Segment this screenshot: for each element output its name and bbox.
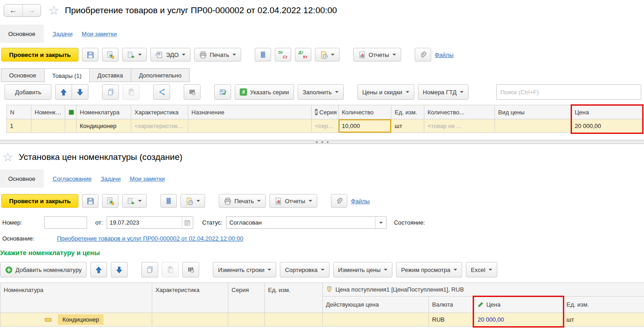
col-current-price[interactable]: Действующая цена	[323, 297, 429, 313]
doc2-tab-tasks[interactable]: Задачи	[101, 175, 121, 182]
doc1-ptab-delivery[interactable]: Доставка	[89, 68, 131, 82]
doc1-related-documents-button[interactable]	[255, 48, 271, 62]
cell-series[interactable]	[228, 313, 265, 327]
move-up-button[interactable]	[55, 84, 72, 100]
doc2-attachments-button[interactable]	[331, 194, 347, 208]
favorite-star-icon[interactable]: ☆	[48, 5, 59, 16]
status-combobox[interactable]: Согласован	[226, 216, 386, 229]
barcode-scan-button[interactable]	[182, 262, 199, 277]
basis-document-link[interactable]: Приобретение товаров и услуг ПР00-000002…	[57, 235, 243, 242]
cell-series[interactable]: <серия ...	[312, 119, 339, 133]
doc2-related-documents-button[interactable]	[160, 194, 177, 208]
doc1-post-document-button[interactable]	[102, 48, 118, 62]
cell-quantity[interactable]: 10,000	[339, 119, 392, 133]
add-row-button[interactable]: Добавить	[5, 84, 52, 100]
cell-series-indicator[interactable]	[65, 119, 77, 133]
doc1-tab-main[interactable]: Основное	[0, 25, 44, 43]
goods-table-row[interactable]: 1 Кондиционер <характеристики ... <серия…	[7, 119, 644, 133]
doc1-create-based-on-button[interactable]	[122, 48, 147, 62]
doc2-tab-notes[interactable]: Мои заметки	[130, 175, 165, 182]
doc1-save-button[interactable]	[82, 48, 98, 62]
fill-table-check-button[interactable]	[214, 84, 231, 100]
split-row-button[interactable]	[153, 84, 170, 100]
col-series[interactable]: Серия	[228, 283, 265, 313]
sort-button[interactable]: Сортировка	[280, 262, 329, 277]
cell-unit-left[interactable]	[265, 313, 323, 327]
doc1-attachments-button[interactable]	[415, 48, 431, 62]
goods-search-input[interactable]	[496, 84, 641, 100]
prices-table-row[interactable]: Кондиционер RUB 20 000,00 шт	[0, 313, 644, 327]
cell-characteristic[interactable]: <характеристики ...	[131, 119, 188, 133]
doc1-ptab-main[interactable]: Основное	[1, 68, 45, 82]
doc2-files-link[interactable]: Файлы	[351, 198, 370, 205]
doc1-tab-tasks[interactable]: Задачи	[53, 31, 73, 37]
doc1-dr-cr-button[interactable]: Dr Cr	[275, 48, 291, 62]
doc2-tab-approval[interactable]: Согласование	[53, 175, 92, 182]
col-unit-2[interactable]: Ед. изм.	[563, 297, 644, 313]
edit-prices-button[interactable]: Изменить цены	[333, 262, 392, 277]
doc1-ptab-goods[interactable]: Товары (1)	[44, 68, 90, 83]
move-up-button[interactable]	[90, 262, 107, 277]
paste-rows-button[interactable]	[162, 262, 179, 277]
col-characteristic[interactable]: Характеристика	[131, 105, 188, 119]
col-quantity[interactable]: Количество	[339, 105, 392, 119]
cell-price[interactable]: 20 000,00	[572, 119, 644, 133]
cell-nomenclature[interactable]: Кондиционер	[0, 313, 152, 327]
doc1-reports-button[interactable]: Отчеты	[353, 48, 401, 62]
add-nomenclature-button[interactable]: Добавить номенклатуру	[0, 262, 87, 277]
cell-nomenclature-code[interactable]	[31, 119, 65, 133]
doc1-edo-button[interactable]: ЭДО	[150, 48, 191, 62]
col-nomenclature[interactable]: Номенклатура	[77, 105, 131, 119]
window-splitter[interactable]	[0, 140, 644, 144]
specify-series-button[interactable]: # Указать серии	[235, 84, 294, 100]
doc1-dt-kt-button[interactable]: Дт Кт	[295, 48, 311, 62]
doc2-reports-button[interactable]: Отчеты	[269, 194, 317, 208]
favorite-star-icon[interactable]: ☆	[2, 151, 13, 163]
col-price[interactable]: Цена	[572, 105, 644, 119]
price-type-group-header[interactable]: Цена поступления1 [ЦенаПоступления1], RU…	[323, 283, 644, 297]
view-mode-button[interactable]: Режим просмотра	[396, 262, 462, 277]
cell-quantity-extra[interactable]: <товар не ...	[424, 119, 495, 133]
col-quantity-extra[interactable]: Количество...	[424, 105, 495, 119]
cell-n[interactable]: 1	[7, 119, 31, 133]
doc2-print-button[interactable]: Печать	[219, 194, 266, 208]
col-series[interactable]: # Серия	[312, 105, 339, 119]
col-nomenclature-code[interactable]: Номенкл...	[31, 105, 65, 119]
date-input[interactable]	[107, 217, 182, 228]
col-purpose[interactable]: Назначение	[188, 105, 312, 119]
cell-unit[interactable]: шт	[392, 119, 424, 133]
col-currency[interactable]: Валюта	[429, 297, 474, 313]
edit-rows-button[interactable]: Изменить строки	[213, 262, 276, 277]
back-button[interactable]: ←	[4, 5, 22, 16]
col-nomenclature[interactable]: Номенклатура	[0, 283, 152, 313]
col-series-indicator[interactable]	[65, 105, 77, 119]
doc2-create-based-on-button[interactable]	[122, 194, 147, 208]
col-n[interactable]: N	[7, 105, 31, 119]
excel-button[interactable]: Excel	[466, 262, 497, 277]
col-characteristic[interactable]: Характеристика	[152, 283, 228, 313]
copy-rows-button[interactable]	[141, 262, 158, 277]
calendar-button[interactable]	[182, 217, 193, 228]
doc2-post-document-button[interactable]	[102, 194, 118, 208]
col-unit[interactable]: Ед. изм.	[392, 105, 424, 119]
doc1-files-link[interactable]: Файлы	[435, 51, 453, 58]
doc2-tab-main[interactable]: Основное	[0, 169, 44, 188]
cell-current-price[interactable]	[323, 313, 429, 327]
cell-price-kind[interactable]	[495, 119, 572, 133]
status-dropdown-button[interactable]	[375, 217, 386, 228]
paste-rows-button[interactable]	[123, 84, 139, 100]
forward-button[interactable]: →	[22, 5, 41, 16]
gtd-numbers-button[interactable]: Номера ГТД	[418, 84, 469, 100]
barcode-scan-button[interactable]	[184, 84, 201, 100]
cell-nomenclature[interactable]: Кондиционер	[77, 119, 131, 133]
cell-unit[interactable]: шт	[563, 313, 644, 327]
cell-currency[interactable]: RUB	[429, 313, 474, 327]
cell-characteristic[interactable]	[152, 313, 228, 327]
doc1-ptab-extra[interactable]: Дополнительно	[131, 68, 190, 82]
move-down-button[interactable]	[111, 262, 128, 277]
copy-rows-button[interactable]	[102, 84, 119, 100]
col-unit[interactable]: Ед. изм.	[265, 283, 323, 313]
move-down-button[interactable]	[72, 84, 88, 100]
nomenclature-value[interactable]: Кондиционер	[58, 314, 103, 325]
number-input[interactable]	[44, 216, 87, 229]
